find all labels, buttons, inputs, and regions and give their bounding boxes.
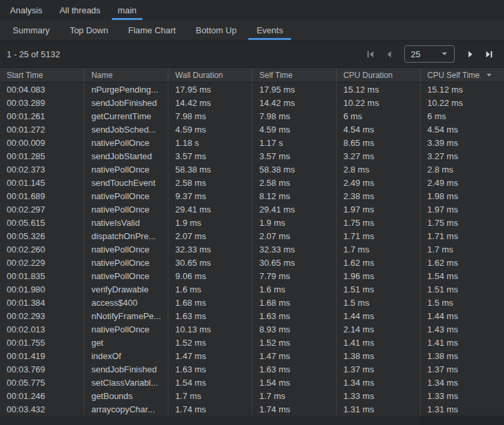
table-row[interactable]: 00:01.285sendJobStarted3.57 ms3.57 ms3.2…	[0, 149, 504, 163]
column-header-name[interactable]: Name	[84, 68, 168, 82]
cell-cpu-self-time: 1.51 ms	[420, 282, 504, 296]
cell-start-time: 00:03.289	[0, 96, 84, 109]
tab-bottom-up[interactable]: Bottom Up	[188, 20, 244, 40]
cell-self-time: 29.41 ms	[252, 203, 336, 216]
cell-self-time: 1.17 s	[252, 136, 336, 149]
table-row[interactable]: 00:01.272sendJobSched...4.59 ms4.59 ms4.…	[0, 123, 504, 136]
tab-summary[interactable]: Summary	[5, 20, 58, 40]
table-row[interactable]: 00:01.145sendTouchEvent2.58 ms2.58 ms2.4…	[0, 176, 504, 189]
table-row[interactable]: 00:01.755get1.52 ms1.52 ms1.41 ms1.41 ms	[0, 336, 504, 349]
cell-cpu-duration: 1.41 ms	[336, 336, 420, 349]
cell-name: nativePollOnce	[84, 163, 168, 176]
column-header-label: Name	[91, 71, 113, 80]
next-page-button[interactable]	[463, 47, 477, 61]
table-row[interactable]: 00:04.083nPurgePending...17.95 ms17.95 m…	[0, 83, 504, 96]
cell-cpu-self-time: 6 ms	[420, 109, 504, 123]
cell-name: getCurrentTime	[84, 109, 168, 123]
cell-start-time: 00:01.272	[0, 123, 84, 136]
cell-self-time: 8.12 ms	[252, 189, 336, 203]
cell-cpu-self-time: 1.38 ms	[420, 349, 504, 362]
column-header-wall-duration[interactable]: Wall Duration	[168, 68, 252, 82]
tab-events[interactable]: Events	[248, 20, 291, 40]
scrollbar-corner	[420, 416, 504, 425]
cell-cpu-self-time: 1.34 ms	[420, 376, 504, 389]
table-row[interactable]: 00:01.980verifyDrawable1.6 ms1.6 ms1.51 …	[0, 282, 504, 296]
page-size-value: 25	[411, 49, 420, 59]
last-page-button[interactable]	[481, 47, 496, 61]
cell-self-time: 7.79 ms	[252, 269, 336, 282]
previous-page-button[interactable]	[381, 47, 396, 61]
table-row[interactable]: 00:03.289sendJobFinished14.42 ms14.42 ms…	[0, 96, 504, 109]
cell-cpu-self-time: 1.75 ms	[420, 216, 504, 229]
pagination-range-label: 1 - 25 of 5132	[7, 49, 60, 59]
table-row[interactable]: 00:01.419indexOf1.47 ms1.47 ms1.38 ms1.3…	[0, 349, 504, 362]
tab-flame-chart[interactable]: Flame Chart	[120, 20, 184, 40]
table-row[interactable]: 00:00.009nativePollOnce1.18 s1.17 s8.65 …	[0, 136, 504, 149]
first-page-button[interactable]	[363, 47, 378, 61]
cell-cpu-duration: 1.31 ms	[336, 402, 420, 416]
tab-analysis[interactable]: Analysis	[4, 0, 48, 20]
cell-name: nativePollOnce	[84, 256, 168, 269]
cell-start-time: 00:02.229	[0, 256, 84, 269]
cell-wall-duration: 1.63 ms	[168, 309, 252, 322]
table-row[interactable]: 00:01.384access$4001.68 ms1.68 ms1.5 ms1…	[0, 296, 504, 309]
table-row[interactable]: 00:02.260nativePollOnce32.33 ms32.33 ms1…	[0, 242, 504, 256]
table-row[interactable]: 00:03.769sendJobFinished1.63 ms1.63 ms1.…	[0, 362, 504, 376]
cell-cpu-duration: 1.7 ms	[336, 242, 420, 256]
tab-all-threads[interactable]: All threads	[53, 0, 106, 20]
previous-page-icon	[384, 49, 394, 59]
cell-cpu-self-time: 1.97 ms	[420, 203, 504, 216]
cell-cpu-duration: 1.38 ms	[336, 349, 420, 362]
cell-self-time: 4.59 ms	[252, 123, 336, 136]
table-row[interactable]: 00:01.246getBounds1.7 ms1.7 ms1.33 ms1.3…	[0, 389, 504, 402]
cell-name: get	[84, 336, 168, 349]
cell-name: sendJobStarted	[84, 149, 168, 163]
table-row[interactable]: 00:02.229nativePollOnce30.65 ms30.65 ms1…	[0, 256, 504, 269]
table-row[interactable]: 00:05.615nativeIsValid1.9 ms1.9 ms1.75 m…	[0, 216, 504, 229]
table-row[interactable]: 00:01.689nativePollOnce9.37 ms8.12 ms2.3…	[0, 189, 504, 203]
page-size-select[interactable]: 25	[404, 45, 455, 63]
table-row[interactable]: 00:01.261getCurrentTime7.98 ms7.98 ms6 m…	[0, 109, 504, 123]
cell-name: indexOf	[84, 349, 168, 362]
cell-cpu-self-time: 1.98 ms	[420, 189, 504, 203]
cell-cpu-self-time: 1.7 ms	[420, 242, 504, 256]
cell-start-time: 00:01.384	[0, 296, 84, 309]
table-row[interactable]: 00:02.013nativePollOnce10.13 ms8.93 ms2.…	[0, 322, 504, 336]
cell-cpu-duration: 1.33 ms	[336, 389, 420, 402]
column-header-cpu-self-time[interactable]: CPU Self Time	[420, 68, 504, 82]
table-row[interactable]: 00:02.293nNotifyFramePe...1.63 ms1.63 ms…	[0, 309, 504, 322]
column-header-cpu-duration[interactable]: CPU Duration	[336, 68, 420, 82]
table-row[interactable]: 00:01.835nativePollOnce9.06 ms7.79 ms1.9…	[0, 269, 504, 282]
cell-self-time: 1.74 ms	[252, 402, 336, 416]
cell-name: verifyDrawable	[84, 282, 168, 296]
cell-name: nPurgePending...	[84, 83, 168, 96]
cell-wall-duration: 1.7 ms	[168, 389, 252, 402]
cell-start-time: 00:01.689	[0, 189, 84, 203]
cell-cpu-self-time: 1.37 ms	[420, 362, 504, 376]
cell-cpu-self-time: 1.33 ms	[420, 389, 504, 402]
cell-cpu-duration: 4.54 ms	[336, 123, 420, 136]
cell-wall-duration: 14.42 ms	[168, 96, 252, 109]
tab-main[interactable]: main	[112, 0, 142, 20]
column-header-label: CPU Self Time	[427, 71, 480, 80]
column-header-start-time[interactable]: Start Time	[0, 68, 84, 82]
table-row[interactable]: 00:02.373nativePollOnce58.38 ms58.38 ms2…	[0, 163, 504, 176]
cell-cpu-self-time: 1.5 ms	[420, 296, 504, 309]
column-header-self-time[interactable]: Self Time	[252, 68, 336, 82]
events-table: Start TimeNameWall DurationSelf TimeCPU …	[0, 68, 504, 425]
cell-name: arraycopyChar...	[84, 402, 168, 416]
table-row[interactable]: 00:05.775setClassVariabl...1.54 ms1.54 m…	[0, 376, 504, 389]
cell-cpu-self-time: 1.43 ms	[420, 322, 504, 336]
cell-wall-duration: 1.47 ms	[168, 349, 252, 362]
table-row[interactable]: 00:05.326dispatchOnPre...2.07 ms2.07 ms1…	[0, 229, 504, 242]
tab-top-down[interactable]: Top Down	[62, 20, 117, 40]
table-row[interactable]: 00:03.432arraycopyChar...1.74 ms1.74 ms1…	[0, 402, 504, 416]
cell-wall-duration: 2.58 ms	[168, 176, 252, 189]
table-row[interactable]: 00:02.297nativePollOnce29.41 ms29.41 ms1…	[0, 203, 504, 216]
cell-cpu-self-time: 15.12 ms	[420, 83, 504, 96]
cell-cpu-duration: 1.71 ms	[336, 229, 420, 242]
cell-cpu-self-time: 1.41 ms	[420, 336, 504, 349]
cell-cpu-duration: 2.8 ms	[336, 163, 420, 176]
cell-start-time: 00:05.775	[0, 376, 84, 389]
cell-self-time: 1.52 ms	[252, 336, 336, 349]
